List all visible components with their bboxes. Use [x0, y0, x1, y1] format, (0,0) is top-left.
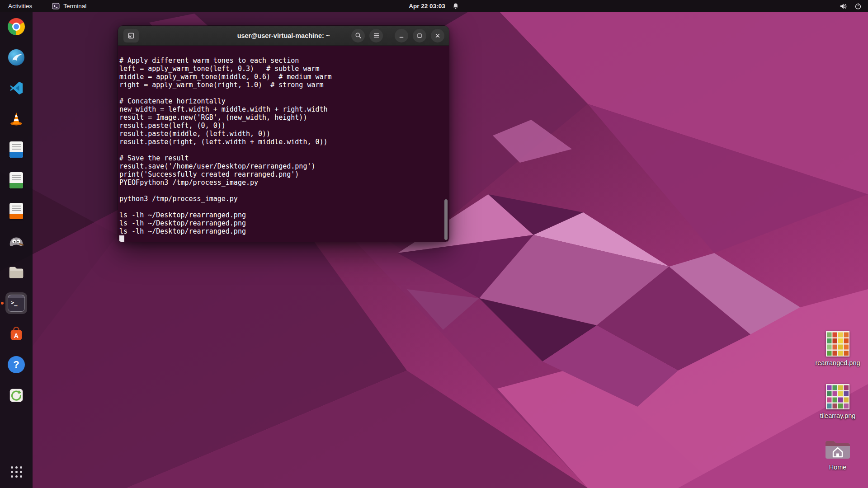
terminal-window: user@user-virtual-machine: ~	[118, 25, 449, 242]
thunderbird-icon	[8, 49, 25, 66]
focused-app-label: Terminal	[63, 3, 86, 9]
ubuntu-software-icon: A	[8, 325, 25, 343]
help-icon-glyph: ?	[13, 359, 19, 371]
dock-item-software-updater[interactable]	[5, 385, 27, 406]
svg-text:A: A	[14, 332, 19, 339]
clock-menu[interactable]: Apr 22 03:03	[409, 0, 459, 12]
system-status-area[interactable]	[840, 0, 868, 12]
menu-button[interactable]	[369, 29, 383, 42]
new-tab-button[interactable]	[123, 29, 139, 42]
dock-item-libreoffice-writer[interactable]	[5, 139, 27, 160]
dock-item-gimp[interactable]	[5, 231, 27, 253]
dock-item-libreoffice-calc[interactable]	[5, 169, 27, 191]
chrome-icon	[8, 18, 25, 35]
terminal-icon: >_	[8, 295, 25, 312]
clock-label: Apr 22 03:03	[409, 3, 445, 9]
dock-item-thunderbird[interactable]	[5, 47, 27, 68]
terminal-icon-glyph: >_	[11, 300, 17, 306]
dock-item-libreoffice-impress[interactable]	[5, 200, 27, 222]
tilearray-thumbnail	[826, 384, 849, 409]
terminal-scrollbar-thumb[interactable]	[444, 199, 448, 240]
focused-app-indicator[interactable]: Terminal	[52, 2, 86, 10]
dock: >_ A ?	[0, 12, 33, 488]
top-bar: Activities Terminal Apr 22 03:03	[0, 0, 868, 12]
dock-item-vlc[interactable]	[5, 108, 27, 130]
desktop-icon-home-folder[interactable]: Home	[811, 438, 865, 471]
app-grid-icon	[11, 466, 22, 478]
power-icon	[854, 3, 862, 10]
dock-item-terminal[interactable]: >_	[5, 292, 27, 314]
desktop-icon-label: Home	[829, 464, 847, 471]
home-folder-icon	[824, 438, 851, 461]
gimp-icon	[8, 233, 25, 250]
dock-item-chrome[interactable]	[5, 16, 27, 38]
close-icon	[434, 33, 441, 39]
hamburger-menu-icon	[373, 32, 380, 39]
activities-button[interactable]: Activities	[0, 0, 40, 12]
vscode-icon	[9, 80, 24, 96]
desktop-icon-rearranged-png[interactable]: rearranged.png	[811, 331, 865, 366]
search-icon	[355, 32, 362, 39]
dock-item-help[interactable]: ?	[5, 354, 27, 375]
dock-item-vscode[interactable]	[5, 77, 27, 99]
files-folder-icon	[8, 264, 25, 281]
desktop-icon-tilearray-png[interactable]: tilearray.png	[811, 384, 865, 419]
vlc-icon	[8, 111, 24, 127]
software-updater-icon	[8, 387, 25, 404]
libreoffice-calc-icon	[9, 172, 23, 188]
libreoffice-writer-icon	[9, 141, 23, 158]
dock-item-files[interactable]	[5, 262, 27, 283]
new-tab-icon	[127, 32, 135, 39]
dock-item-ubuntu-software[interactable]: A	[5, 323, 27, 345]
minimize-button[interactable]	[395, 29, 408, 42]
maximize-button[interactable]	[413, 29, 426, 42]
terminal-titlebar[interactable]: user@user-virtual-machine: ~	[118, 26, 449, 46]
desktop-icon-label: rearranged.png	[815, 359, 860, 366]
maximize-icon	[416, 33, 423, 39]
terminal-app-icon	[52, 2, 60, 10]
desktop-icon-label: tilearray.png	[820, 412, 856, 419]
close-button[interactable]	[431, 29, 444, 42]
show-applications-button[interactable]	[5, 461, 27, 483]
libreoffice-impress-icon	[9, 203, 23, 219]
terminal-body[interactable]: # Apply different warm tones to each sec…	[118, 46, 449, 242]
notification-bell-icon	[453, 3, 459, 9]
volume-icon	[840, 3, 847, 10]
minimize-icon	[398, 33, 405, 39]
search-button[interactable]	[351, 29, 365, 42]
rearranged-thumbnail	[826, 331, 849, 357]
terminal-scrollbar[interactable]	[443, 47, 448, 241]
terminal-cursor	[119, 235, 124, 242]
terminal-output: # Apply different warm tones to each sec…	[118, 46, 449, 235]
help-icon: ?	[8, 356, 25, 373]
